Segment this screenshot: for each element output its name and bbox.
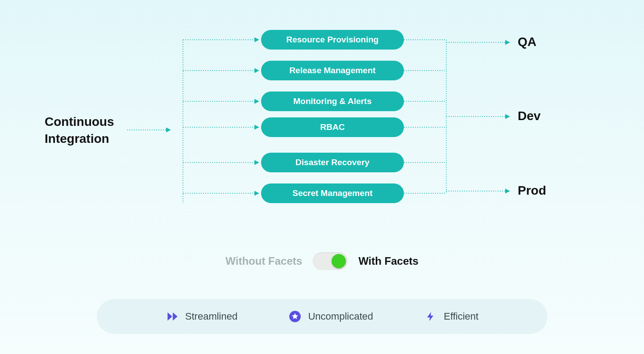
- feature-streamlined: Streamlined: [166, 310, 237, 323]
- source-node-label: Continuous Integration: [45, 113, 114, 147]
- star-badge-icon: [288, 310, 302, 323]
- toggle-label-on: With Facets: [358, 255, 418, 267]
- env-prod: Prod: [518, 183, 546, 198]
- pill-monitoring-alerts: Monitoring & Alerts: [261, 92, 404, 111]
- feature-efficient: Efficient: [424, 310, 478, 323]
- lightning-icon: [424, 310, 437, 323]
- toggle-knob: [332, 254, 346, 268]
- pill-disaster-recovery: Disaster Recovery: [261, 153, 404, 172]
- env-qa: QA: [518, 35, 536, 49]
- pill-rbac: RBAC: [261, 117, 404, 137]
- pill-resource-provisioning: Resource Provisioning: [261, 30, 404, 50]
- fast-forward-icon: [166, 310, 179, 323]
- architecture-diagram: Continuous Integration Resource Provisio…: [45, 27, 599, 210]
- toggle-label-off: Without Facets: [225, 255, 302, 267]
- feature-label: Efficient: [444, 311, 478, 322]
- feature-uncomplicated: Uncomplicated: [288, 310, 373, 323]
- feature-label: Streamlined: [185, 311, 237, 322]
- feature-bar: Streamlined Uncomplicated Efficient: [97, 299, 548, 334]
- facets-toggle[interactable]: [313, 252, 348, 270]
- pill-release-management: Release Management: [261, 61, 404, 80]
- feature-label: Uncomplicated: [308, 311, 373, 322]
- comparison-toggle-row: Without Facets With Facets: [0, 252, 644, 270]
- env-dev: Dev: [518, 109, 540, 123]
- pill-secret-management: Secret Management: [261, 183, 404, 203]
